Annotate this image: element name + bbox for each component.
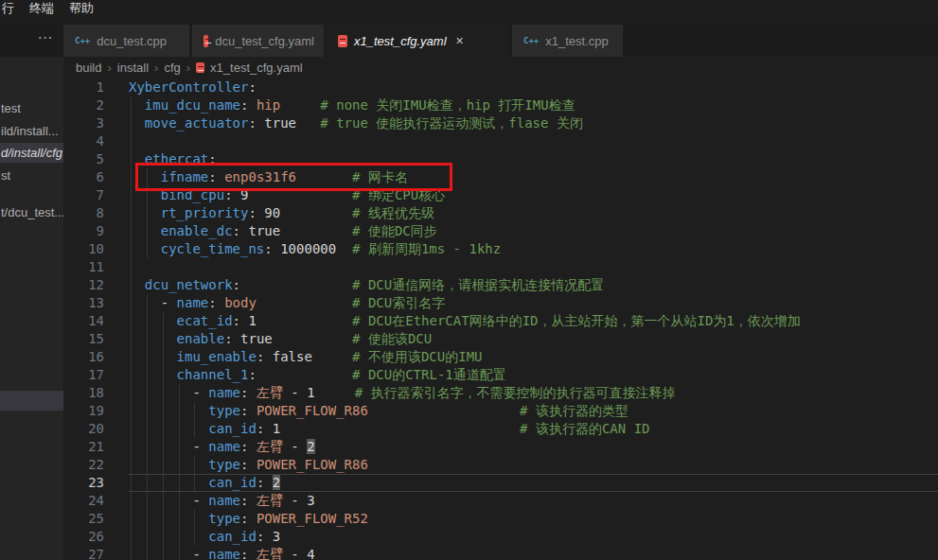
code-line[interactable]: 20 can_id: 1 # 该执行器的CAN ID: [63, 420, 938, 438]
line-number[interactable]: 2: [63, 96, 104, 114]
code-line[interactable]: 6 ifname: enp0s31f6 # 网卡名: [63, 168, 938, 186]
code-token: [280, 205, 352, 220]
sidebar-item[interactable]: [0, 391, 63, 411]
code-line[interactable]: 3 move_actuator: true # true 使能执行器运动测试，f…: [63, 114, 938, 132]
code-token: # 网卡名: [352, 169, 408, 184]
line-number[interactable]: 8: [63, 204, 104, 222]
code-token: [129, 151, 145, 166]
menu-item-0[interactable]: 行: [0, 0, 22, 17]
code-line[interactable]: 16 imu_enable: false # 不使用该DCU的IMU: [63, 348, 938, 366]
line-number[interactable]: 18: [63, 384, 104, 402]
code-line[interactable]: 27 - name: 左臂 - 4: [63, 546, 938, 560]
code-token: move_actuator: [145, 115, 249, 131]
code-token: -: [192, 439, 208, 454]
code-token: [129, 349, 177, 364]
breadcrumb-item-build[interactable]: build: [76, 61, 101, 75]
close-icon[interactable]: ×: [456, 34, 464, 47]
menu-item-2[interactable]: 帮助: [62, 0, 101, 17]
sidebar-item[interactable]: test: [0, 100, 63, 117]
code-line[interactable]: 17 channel_1: # DCU的CTRL-1通道配置: [63, 366, 938, 384]
line-number[interactable]: 15: [63, 330, 104, 348]
line-number[interactable]: 16: [63, 348, 104, 366]
code-token: 2: [273, 475, 280, 490]
line-number[interactable]: 12: [63, 276, 104, 294]
breadcrumb-file[interactable]: x1_test_cfg.yaml: [210, 61, 303, 75]
line-number[interactable]: 26: [63, 528, 104, 546]
line-number[interactable]: 4: [63, 132, 104, 150]
line-number[interactable]: 10: [63, 240, 104, 258]
line-number[interactable]: 23: [63, 474, 104, 492]
sidebar: testild/install...d/install/cfgstt/dcu_t…: [0, 57, 63, 560]
code-line[interactable]: 21 - name: 左臂 - 2: [63, 438, 938, 456]
code-line[interactable]: 8 rt_priority: 90 # 线程优先级: [63, 204, 938, 222]
line-number[interactable]: 25: [63, 510, 104, 528]
line-number[interactable]: 5: [63, 150, 104, 168]
code-line[interactable]: 22 type: POWER_FLOW_R86: [63, 456, 938, 474]
line-number[interactable]: 21: [63, 438, 104, 456]
code-token: bind_cpu: [161, 187, 224, 202]
code-token: POWER_FLOW_R86: [257, 457, 368, 472]
sidebar-item[interactable]: t/dcu_test...: [0, 204, 63, 221]
line-number[interactable]: 13: [63, 294, 104, 312]
line-number[interactable]: 11: [63, 258, 104, 276]
vscode-window: 行终端帮助 ⋯ C++dcu_test.cppdcu_test_cfg.yaml…: [0, 0, 938, 560]
line-number[interactable]: 6: [63, 168, 104, 186]
code-token: 左臂: [257, 385, 283, 400]
sidebar-item[interactable]: st: [0, 167, 63, 184]
line-number[interactable]: 27: [63, 546, 104, 560]
tab-dcu_test.cpp[interactable]: C++dcu_test.cpp: [63, 25, 189, 57]
line-number[interactable]: 1: [63, 79, 104, 96]
code-line[interactable]: 18 - name: 左臂 - 1 # 执行器索引名字，不需要控制的执行器可直接…: [63, 384, 938, 402]
code-line[interactable]: 15 enable: true # 使能该DCU: [63, 330, 938, 348]
tab-x1_test.cpp[interactable]: C++x1_test.cpp: [512, 25, 623, 57]
cpp-file-icon: C++: [523, 36, 539, 45]
code-line[interactable]: 25 type: POWER_FLOW_R52: [63, 510, 938, 528]
line-number[interactable]: 9: [63, 222, 104, 240]
code-line[interactable]: 4: [63, 132, 938, 150]
code-line[interactable]: 19 type: POWER_FLOW_R86 # 该执行器的类型: [63, 402, 938, 420]
line-number[interactable]: 20: [63, 420, 104, 438]
code-token: enable_dc: [161, 223, 233, 238]
tab-x1_test_cfg.yaml[interactable]: x1_test_cfg.yaml×: [327, 25, 509, 57]
editor-actions-overflow-button[interactable]: ⋯: [31, 25, 60, 49]
code-line[interactable]: 23 can_id: 2: [63, 474, 938, 492]
code-line[interactable]: 10 cycle_time_ns: 1000000 # 刷新周期1ms - 1k…: [63, 240, 938, 258]
sidebar-item[interactable]: ild/install...: [0, 123, 63, 140]
code-token: [129, 115, 145, 131]
breadcrumb-item-cfg[interactable]: cfg: [164, 61, 180, 75]
code-line[interactable]: 5 ethercat:: [63, 150, 938, 168]
code-token: # 绑定CPU核心: [352, 187, 445, 202]
code-token: name: [208, 385, 240, 400]
code-token: - 3: [283, 493, 315, 508]
menu-item-1[interactable]: 终端: [22, 0, 62, 17]
code-line[interactable]: 1XyberController:: [63, 79, 938, 96]
line-number[interactable]: 7: [63, 186, 104, 204]
code-line[interactable]: 9 enable_dc: true # 使能DC同步: [63, 222, 938, 240]
code-line[interactable]: 11: [63, 258, 938, 276]
code-line-text: XyberController:: [129, 79, 938, 96]
code-line-text: can_id: 3: [129, 528, 938, 546]
line-number[interactable]: 17: [63, 366, 104, 384]
code-line[interactable]: 7 bind_cpu: 9 # 绑定CPU核心: [63, 186, 938, 204]
code-editor[interactable]: 1XyberController:2 imu_dcu_name: hip # n…: [63, 78, 938, 560]
code-token: [129, 205, 161, 220]
code-token: [129, 493, 192, 508]
line-number[interactable]: 24: [63, 492, 104, 510]
line-number[interactable]: 3: [63, 114, 104, 132]
sidebar-item[interactable]: d/install/cfg: [0, 143, 63, 163]
code-token: # 该执行器的CAN ID: [520, 421, 649, 436]
code-line[interactable]: 24 - name: 左臂 - 3: [63, 492, 938, 510]
code-token: [217, 295, 224, 310]
line-number[interactable]: 19: [63, 402, 104, 420]
breadcrumb-item-install[interactable]: install: [117, 61, 149, 75]
code-line[interactable]: 26 can_id: 3: [63, 528, 938, 546]
code-line[interactable]: 14 ecat_id: 1 # DCU在EtherCAT网络中的ID，从主站开始…: [63, 312, 938, 330]
tab-dcu_test_cfg.yaml[interactable]: dcu_test_cfg.yaml: [192, 25, 324, 57]
code-line[interactable]: 2 imu_dcu_name: hip # none 关闭IMU检查，hip 打…: [63, 96, 938, 114]
code-line[interactable]: 13 - name: body # DCU索引名字: [63, 294, 938, 312]
code-line-text: - name: 左臂 - 3: [129, 492, 938, 510]
code-line[interactable]: 12 dcu_network: # DCU通信网络，请根据实机连接情况配置: [63, 276, 938, 294]
line-number[interactable]: 14: [63, 312, 104, 330]
line-number[interactable]: 22: [63, 456, 104, 474]
code-token: :: [233, 313, 240, 328]
